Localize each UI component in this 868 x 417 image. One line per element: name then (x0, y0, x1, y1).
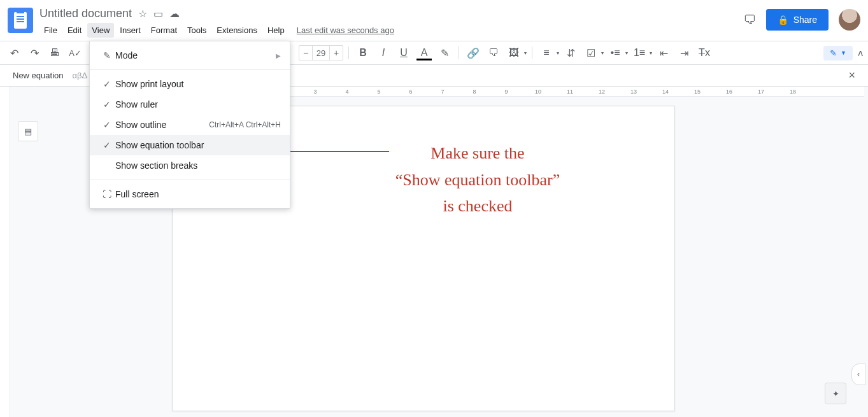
explore-button[interactable]: ✦ (825, 383, 846, 404)
bullet-list-button[interactable]: •≡ (606, 44, 624, 62)
menu-separator (90, 180, 290, 180)
insert-link-button[interactable]: 🔗 (464, 44, 482, 62)
ruler-mark: 10 (522, 88, 554, 95)
menu-show-outline[interactable]: ✓ Show outline Ctrl+Alt+A Ctrl+Alt+H (90, 115, 290, 135)
share-label: Share (793, 15, 817, 25)
ruler-mark: 17 (745, 88, 777, 95)
ruler-mark: 3 (299, 88, 331, 95)
share-button[interactable]: 🔒 Share (766, 9, 829, 31)
undo-button[interactable]: ↶ (5, 44, 23, 62)
menu-separator (90, 69, 290, 70)
chevron-down-icon: ▼ (841, 50, 846, 56)
submenu-arrow-icon: ▶ (276, 52, 281, 59)
annotation-text: Make sure the “Show equation toolbar” is… (344, 140, 611, 220)
menu-tools[interactable]: Tools (183, 23, 211, 38)
ruler-mark: 14 (650, 88, 681, 95)
check-icon: ✓ (99, 99, 115, 110)
text-color-button[interactable]: A (415, 44, 433, 62)
menu-mode-label: Mode (115, 50, 276, 60)
menu-view[interactable]: View (87, 23, 114, 38)
check-icon: ✓ (99, 79, 115, 89)
app-header: Untitled document ☆ ▭ ☁ File Edit View I… (0, 0, 868, 41)
line-spacing-button[interactable]: ⇵ (562, 44, 580, 62)
title-area: Untitled document ☆ ▭ ☁ File Edit View I… (39, 5, 743, 38)
font-size-control: − 29 + (299, 45, 343, 60)
ruler-mark: 5 (363, 88, 395, 95)
ruler-mark: 6 (395, 88, 427, 95)
menu-insert[interactable]: Insert (115, 23, 145, 38)
menu-full-screen[interactable]: ⛶ Full screen (90, 184, 290, 204)
numbered-list-button[interactable]: 1≡ (630, 44, 648, 62)
view-menu-dropdown: ✎ Mode ▶ ✓ Show print layout ✓ Show rule… (89, 41, 290, 209)
close-equation-bar[interactable]: × (848, 69, 855, 82)
user-avatar[interactable] (839, 9, 860, 31)
ruler-mark: 7 (427, 88, 459, 95)
greek-letters-button[interactable]: αβΔ (73, 71, 88, 80)
menu-shortcut: Ctrl+Alt+A Ctrl+Alt+H (209, 120, 281, 129)
ruler-mark: 11 (554, 88, 586, 95)
highlight-button[interactable]: ✎ (436, 44, 453, 62)
font-size-value[interactable]: 29 (312, 46, 330, 60)
star-icon[interactable]: ☆ (138, 8, 147, 20)
menu-show-equation-toolbar[interactable]: ✓ Show equation toolbar (90, 135, 290, 155)
menu-bar: File Edit View Insert Format Tools Exten… (39, 23, 743, 38)
menu-edit[interactable]: Edit (63, 23, 86, 38)
move-icon[interactable]: ▭ (153, 8, 163, 20)
show-outline-button[interactable]: ▤ (18, 121, 38, 141)
indent-decrease-button[interactable]: ⇤ (655, 44, 672, 62)
print-button[interactable]: 🖶 (46, 44, 64, 62)
ruler-mark: 15 (681, 88, 713, 95)
menu-show-print-layout[interactable]: ✓ Show print layout (90, 74, 290, 94)
font-size-increase[interactable]: + (330, 48, 343, 58)
ruler-mark: 13 (618, 88, 650, 95)
indent-increase-button[interactable]: ⇥ (675, 44, 693, 62)
clear-format-button[interactable]: Tx (695, 44, 713, 62)
editing-mode-button[interactable]: ✎ ▼ (823, 46, 853, 60)
menu-show-ruler[interactable]: ✓ Show ruler (90, 94, 290, 115)
menu-format[interactable]: Format (146, 23, 181, 38)
vertical-ruler (0, 87, 10, 417)
bold-button[interactable]: B (354, 44, 372, 62)
lock-icon: 🔒 (778, 15, 788, 25)
insert-comment-button[interactable]: 🗨 (485, 44, 502, 62)
ruler-mark: 4 (331, 88, 363, 95)
docs-logo[interactable] (8, 8, 33, 33)
italic-button[interactable]: I (374, 44, 392, 62)
font-size-decrease[interactable]: − (299, 48, 312, 58)
side-panel-toggle[interactable]: ‹ (851, 364, 865, 385)
comments-icon[interactable]: 🗨 (743, 13, 756, 27)
header-right: 🗨 🔒 Share (743, 9, 860, 31)
ruler-mark: 8 (459, 88, 490, 95)
check-icon: ✓ (99, 120, 115, 130)
menu-file[interactable]: File (39, 23, 62, 38)
cloud-icon[interactable]: ☁ (169, 8, 180, 20)
checklist-button[interactable]: ☑ (582, 44, 600, 62)
redo-button[interactable]: ↷ (25, 44, 43, 62)
align-button[interactable]: ≡ (537, 44, 555, 62)
spellcheck-button[interactable]: A✓ (66, 44, 84, 62)
new-equation-label[interactable]: New equation (13, 71, 64, 80)
ruler-mark: 16 (713, 88, 745, 95)
pencil-icon: ✎ (830, 48, 837, 58)
menu-extensions[interactable]: Extensions (212, 23, 262, 38)
fullscreen-icon: ⛶ (99, 189, 115, 199)
last-edit-link[interactable]: Last edit was seconds ago (297, 25, 394, 35)
check-icon: ✓ (99, 140, 115, 150)
menu-mode[interactable]: ✎ Mode ▶ (90, 45, 290, 66)
ruler-mark: 9 (490, 88, 522, 95)
ruler-mark: 12 (586, 88, 618, 95)
menu-show-section-breaks[interactable]: Show section breaks (90, 155, 290, 176)
insert-image-button[interactable]: 🖼 (505, 44, 523, 62)
ruler-mark: 18 (777, 88, 809, 95)
collapse-toolbar-button[interactable]: ʌ (858, 48, 863, 58)
pencil-icon: ✎ (99, 50, 115, 60)
document-title[interactable]: Untitled document (39, 7, 132, 20)
underline-button[interactable]: U (395, 44, 413, 62)
menu-help[interactable]: Help (263, 23, 289, 38)
